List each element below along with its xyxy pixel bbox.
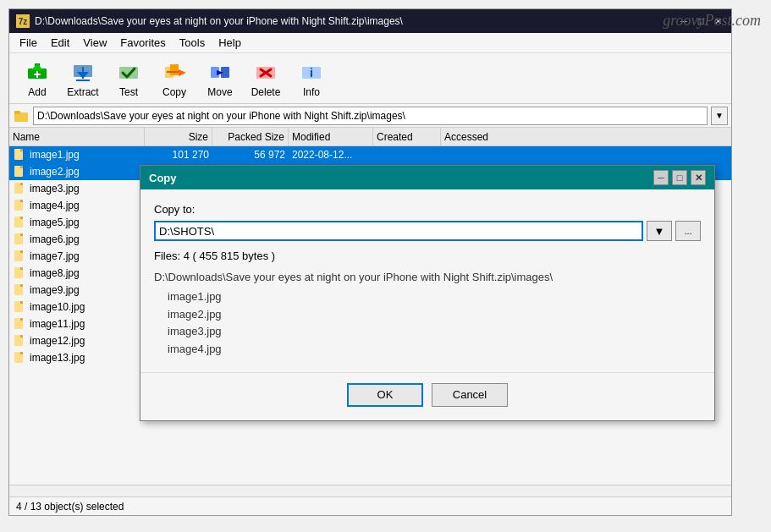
toolbar-copy-button[interactable]: Copy bbox=[153, 57, 196, 101]
extract-icon bbox=[70, 59, 96, 85]
menu-tools[interactable]: Tools bbox=[173, 35, 212, 51]
path-browse-button[interactable]: ... bbox=[675, 221, 701, 241]
add-icon bbox=[25, 59, 50, 85]
file-icon bbox=[13, 300, 26, 314]
copy-icon bbox=[162, 59, 187, 85]
ok-button[interactable]: OK bbox=[347, 383, 423, 407]
file-icon bbox=[13, 233, 26, 246]
file-icon bbox=[13, 283, 26, 297]
status-bar: 4 / 13 object(s) selected bbox=[9, 496, 731, 515]
column-name[interactable]: Name bbox=[9, 128, 145, 145]
dialog-file-item: image3.jpg bbox=[154, 323, 701, 341]
menu-favorites[interactable]: Favorites bbox=[113, 35, 172, 51]
dialog-file-list: D:\Downloads\Save your eyes at night on … bbox=[154, 269, 701, 359]
file-name: image5.jpg bbox=[30, 217, 80, 228]
info-icon: i bbox=[299, 59, 324, 85]
app-icon: 7z bbox=[16, 14, 30, 28]
file-name: image1.jpg bbox=[30, 149, 80, 161]
watermark: groovyPost.com bbox=[663, 12, 761, 30]
toolbar-test-button[interactable]: Test bbox=[107, 57, 150, 101]
dialog-file-item: image4.jpg bbox=[154, 341, 701, 359]
delete-icon bbox=[253, 59, 278, 85]
file-icon bbox=[13, 334, 26, 348]
column-packed-size[interactable]: Packed Size bbox=[212, 128, 289, 145]
info-label: Info bbox=[303, 86, 320, 98]
dialog-title-bar: Copy ─ □ ✕ bbox=[140, 166, 714, 189]
path-dropdown-button[interactable]: ▼ bbox=[647, 221, 672, 241]
file-count-text: Files: 4 ( 455 815 bytes ) bbox=[154, 250, 701, 262]
file-list-header: Name Size Packed Size Modified Created A… bbox=[9, 128, 731, 146]
dialog-footer: OK Cancel bbox=[140, 372, 714, 420]
file-icon bbox=[13, 148, 26, 162]
toolbar-move-button[interactable]: Move bbox=[199, 57, 241, 101]
toolbar: Add Extract Test bbox=[9, 53, 731, 104]
column-size[interactable]: Size bbox=[145, 128, 212, 145]
dialog-minimize-button[interactable]: ─ bbox=[653, 170, 669, 185]
dialog-file-item: image2.jpg bbox=[154, 306, 701, 324]
file-name: image10.jpg bbox=[30, 301, 85, 313]
menu-file[interactable]: File bbox=[13, 35, 44, 51]
test-icon bbox=[116, 59, 141, 85]
address-dropdown-button[interactable]: ▼ bbox=[711, 107, 728, 125]
source-path: D:\Downloads\Save your eyes at night on … bbox=[154, 269, 701, 287]
menu-view[interactable]: View bbox=[76, 35, 113, 51]
address-input[interactable] bbox=[33, 107, 708, 125]
file-name: image2.jpg bbox=[30, 166, 80, 178]
file-name: image9.jpg bbox=[30, 284, 80, 296]
dialog-body: Copy to: ▼ ... Files: 4 ( 455 815 bytes … bbox=[140, 189, 714, 372]
copy-to-label: Copy to: bbox=[154, 203, 701, 216]
file-name: image11.jpg bbox=[30, 318, 85, 330]
svg-marker-2 bbox=[31, 63, 43, 70]
dialog-close-button[interactable]: ✕ bbox=[691, 170, 706, 185]
dialog-title: Copy bbox=[149, 172, 177, 184]
file-name: image13.jpg bbox=[30, 352, 85, 364]
file-name: image3.jpg bbox=[30, 183, 80, 195]
file-icon bbox=[13, 351, 26, 365]
test-label: Test bbox=[119, 86, 138, 98]
window-title: D:\Downloads\Save your eyes at night on … bbox=[35, 15, 672, 27]
file-name: image7.jpg bbox=[30, 250, 80, 262]
file-name: image4.jpg bbox=[30, 200, 80, 211]
file-name: image12.jpg bbox=[30, 335, 85, 347]
menu-help[interactable]: Help bbox=[212, 35, 248, 51]
horizontal-scrollbar[interactable] bbox=[9, 485, 731, 496]
column-modified[interactable]: Modified bbox=[289, 128, 373, 145]
dialog-title-controls: ─ □ ✕ bbox=[653, 170, 706, 185]
copy-dialog: Copy ─ □ ✕ Copy to: ▼ ... Files: 4 ( 455… bbox=[140, 165, 715, 421]
folder-icon bbox=[13, 107, 30, 124]
toolbar-extract-button[interactable]: Extract bbox=[62, 57, 104, 101]
dialog-maximize-button[interactable]: □ bbox=[672, 170, 687, 185]
file-icon bbox=[13, 165, 26, 178]
file-icon bbox=[13, 199, 26, 212]
toolbar-info-button[interactable]: i Info bbox=[290, 57, 333, 101]
copy-path-row: ▼ ... bbox=[154, 221, 701, 241]
toolbar-add-button[interactable]: Add bbox=[16, 57, 58, 101]
file-name: image8.jpg bbox=[30, 267, 80, 279]
column-created[interactable]: Created bbox=[373, 128, 441, 145]
add-label: Add bbox=[28, 86, 46, 98]
title-bar: 7z D:\Downloads\Save your eyes at night … bbox=[9, 9, 731, 33]
copy-path-input[interactable] bbox=[154, 221, 643, 241]
cancel-button[interactable]: Cancel bbox=[432, 383, 508, 407]
column-accessed[interactable]: Accessed bbox=[441, 128, 509, 145]
file-icon bbox=[13, 216, 26, 229]
svg-rect-23 bbox=[14, 111, 20, 114]
file-icon bbox=[13, 317, 26, 331]
menu-bar: File Edit View Favorites Tools Help bbox=[9, 33, 731, 53]
file-icon bbox=[13, 266, 26, 280]
extract-label: Extract bbox=[67, 86, 98, 98]
svg-marker-12 bbox=[179, 69, 186, 76]
move-label: Move bbox=[207, 86, 232, 98]
move-icon bbox=[207, 59, 233, 85]
file-icon bbox=[13, 250, 26, 263]
menu-edit[interactable]: Edit bbox=[44, 35, 76, 51]
status-text: 4 / 13 object(s) selected bbox=[16, 501, 124, 513]
file-name: image6.jpg bbox=[30, 233, 80, 245]
toolbar-delete-button[interactable]: Delete bbox=[245, 57, 287, 101]
svg-text:i: i bbox=[310, 66, 313, 80]
file-row[interactable]: image1.jpg 101 270 56 972 2022-08-12... bbox=[9, 146, 731, 163]
svg-rect-11 bbox=[170, 64, 179, 75]
address-bar: ▼ bbox=[9, 104, 731, 128]
file-icon bbox=[13, 182, 26, 195]
dialog-file-item: image1.jpg bbox=[154, 288, 701, 306]
